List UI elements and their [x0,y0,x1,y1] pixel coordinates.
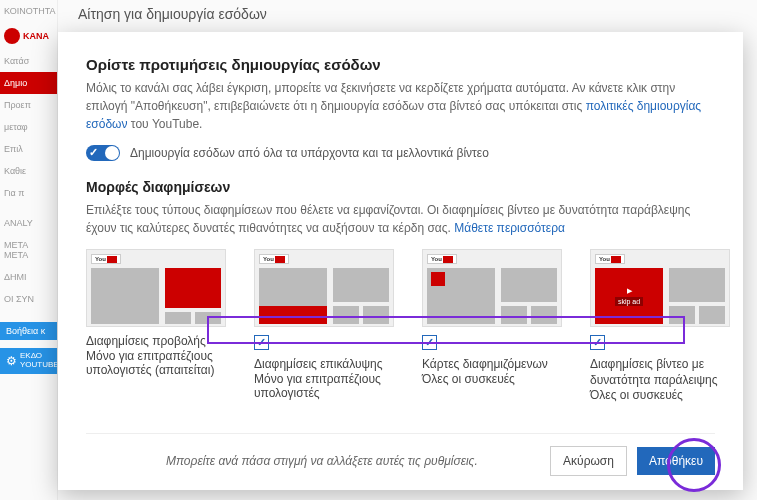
ad-format-thumb: You [422,249,562,327]
youtube-logo-icon: You [259,254,289,264]
sidebar-meta[interactable]: ΜΕΤΑ ΜΕΤΑ [0,234,57,266]
sidebar-create[interactable]: ΔΗΜΙ [0,266,57,288]
ad-format-thumb: You [86,249,226,327]
ad-format-title: Διαφημίσεις προβολής [86,333,226,349]
help-button[interactable]: Βοήθεια κ [0,322,57,340]
ad-formats-heading: Μορφές διαφημίσεων [86,179,715,195]
ad-format-overlay: You ✓ Διαφημίσεις επικάλυψης Μόνο για επ… [254,249,394,402]
check-icon: ✓ [89,146,98,159]
ad-format-skippable-video: You ▶skip ad ✓ Διαφημίσεις βίντεο με δυν… [590,249,730,402]
cancel-button[interactable]: Ακύρωση [550,446,627,476]
user-icon [4,28,20,44]
sidebar-channel[interactable]: ΚΑΝΑ [0,22,57,50]
youtube-logo-icon: You [427,254,457,264]
sidebar-community[interactable]: ΚΟΙΝΟΤΗΤΑ [0,0,57,22]
ad-format-list: You Διαφημίσεις προβολής Μόνο για επιτρα… [86,249,715,402]
play-icon: ▶ [627,287,632,295]
sidebar-item[interactable]: Για π [0,182,57,204]
sidebar-item[interactable]: Καθιε [0,160,57,182]
ad-format-checkbox[interactable]: ✓ [590,335,605,350]
save-button[interactable]: Αποθήκευ [637,447,715,475]
ad-format-sub: Μόνο για επιτραπέζιους υπολογιστές [254,372,394,400]
page-title: Αίτηση για δημιουργία εσόδων [78,0,737,28]
footer-note: Μπορείτε ανά πάσα στιγμή να αλλάξετε αυτ… [166,454,478,468]
toggle-knob [105,146,119,160]
ad-format-title: Διαφημίσεις επικάλυψης [254,356,394,372]
monetization-modal: Ορίστε προτιμήσεις δημιουργίας εσόδων Μό… [58,32,743,490]
studio-label-2: YOUTUBE STUDIO [20,361,57,370]
monetize-all-toggle[interactable]: ✓ [86,145,120,161]
ad-format-thumb: You [254,249,394,327]
skip-ad-label: skip ad [615,297,643,306]
sidebar-item[interactable]: μεταφ [0,116,57,138]
toggle-label: Δημιουργία εσόδων από όλα τα υπάρχοντα κ… [130,146,489,160]
learn-more-link[interactable]: Μάθετε περισσότερα [454,221,565,235]
sidebar-channel-label: ΚΑΝΑ [23,31,49,41]
ad-format-title: Κάρτες διαφημιζόμενων [422,356,562,372]
sidebar: ΚΟΙΝΟΤΗΤΑ ΚΑΝΑ Κατάσ Δημιο Προεπ μεταφ Ε… [0,0,58,500]
sidebar-item[interactable]: Κατάσ [0,50,57,72]
ad-format-thumb: You ▶skip ad [590,249,730,327]
ad-format-checkbox[interactable]: ✓ [422,335,437,350]
ad-format-sub: Όλες οι συσκευές [590,388,730,402]
ad-format-checkbox[interactable]: ✓ [254,335,269,350]
sidebar-sync[interactable]: ΟΙ ΣΥΝ [0,288,57,310]
ad-format-sub: Όλες οι συσκευές [422,372,562,386]
preferences-description: Μόλις το κανάλι σας λάβει έγκριση, μπορε… [86,79,715,133]
youtube-logo-icon: You [595,254,625,264]
youtube-logo-icon: You [91,254,121,264]
sidebar-analytics[interactable]: ANALY [0,212,57,234]
sidebar-item-active[interactable]: Δημιο [0,72,57,94]
modal-footer: Μπορείτε ανά πάσα στιγμή να αλλάξετε αυτ… [86,433,715,476]
ad-format-sponsored-cards: You ✓ Κάρτες διαφημιζόμενων Όλες οι συσκ… [422,249,562,402]
ad-format-sub: Μόνο για επιτραπέζιους υπολογιστές (απαι… [86,349,226,377]
ad-formats-description: Επιλέξτε τους τύπους διαφημίσεων που θέλ… [86,201,715,237]
youtube-studio-button[interactable]: ⚙ ΕΚΔΟ YOUTUBE STUDIO [0,348,57,374]
sidebar-item[interactable]: Επιλ [0,138,57,160]
preferences-heading: Ορίστε προτιμήσεις δημιουργίας εσόδων [86,56,715,73]
ad-format-title: Διαφημίσεις βίντεο με δυνατότητα παράλει… [590,356,730,388]
sidebar-item[interactable]: Προεπ [0,94,57,116]
gear-icon: ⚙ [6,354,17,368]
ad-format-display: You Διαφημίσεις προβολής Μόνο για επιτρα… [86,249,226,402]
